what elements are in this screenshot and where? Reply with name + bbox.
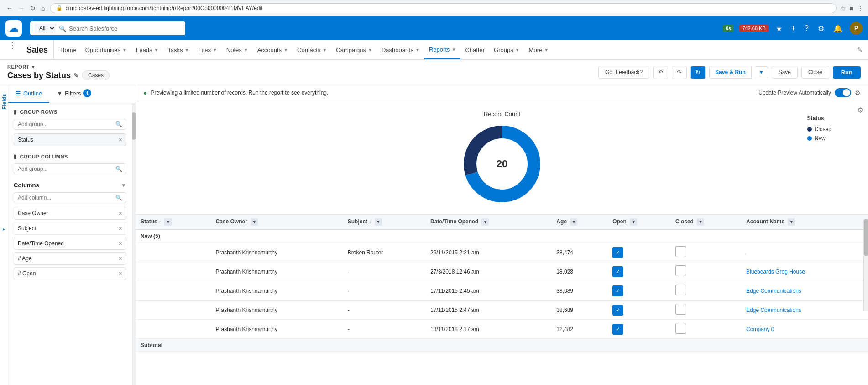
panel-scroll-thumb[interactable]: [132, 112, 136, 140]
account-link[interactable]: Edge Communications: [746, 307, 801, 313]
home-button[interactable]: ⌂: [39, 4, 47, 13]
remove-age-button[interactable]: ×: [119, 255, 122, 262]
edit-nav-icon[interactable]: ✎: [855, 44, 864, 55]
nav-item-campaigns[interactable]: Campaigns ▼: [331, 40, 377, 59]
group-rows-search[interactable]: [18, 121, 113, 127]
nav-item-accounts[interactable]: Accounts ▼: [253, 40, 293, 59]
nav-item-more[interactable]: More ▼: [524, 40, 554, 59]
filter-btn-datetime[interactable]: ▼: [481, 218, 489, 226]
chevron-down-icon: ▼: [452, 47, 456, 52]
nav-item-tasks[interactable]: Tasks ▼: [163, 40, 193, 59]
filter-btn-account-name[interactable]: ▼: [788, 218, 795, 226]
open-checkbox[interactable]: ✓: [612, 247, 623, 258]
forward-button[interactable]: →: [16, 4, 26, 13]
sf-header: ☁ All 🔍 0s 742.68 KB ★ + ? ⚙ 🔔 P: [0, 16, 868, 40]
remove-open-button[interactable]: ×: [119, 270, 122, 277]
update-preview-toggle[interactable]: [835, 88, 851, 97]
right-scrollbar[interactable]: [863, 219, 868, 311]
add-column-input[interactable]: 🔍: [14, 192, 126, 203]
remove-subject-button[interactable]: ×: [119, 225, 122, 232]
bookmark-icon[interactable]: ☆: [840, 5, 846, 12]
nav-item-groups[interactable]: Groups ▼: [489, 40, 524, 59]
filter-btn-subject[interactable]: ▼: [375, 218, 382, 226]
closed-checkbox[interactable]: [675, 323, 686, 334]
reload-button[interactable]: ↻: [28, 4, 37, 13]
bell-icon[interactable]: 🔔: [831, 22, 844, 35]
account-link[interactable]: Company 0: [746, 326, 774, 332]
back-button[interactable]: ←: [5, 4, 15, 13]
save-button[interactable]: Save: [772, 66, 798, 79]
browser-nav-buttons[interactable]: ← → ↻ ⌂: [5, 4, 47, 13]
save-run-caret-button[interactable]: ▼: [755, 66, 768, 78]
menu-icon[interactable]: ⋮: [857, 5, 863, 12]
nav-item-notes[interactable]: Notes ▼: [222, 40, 253, 59]
help-icon[interactable]: ?: [803, 22, 810, 34]
report-label[interactable]: REPORT ▼: [7, 64, 110, 69]
filter-btn-closed[interactable]: ▼: [697, 218, 704, 226]
star-icon[interactable]: ★: [774, 22, 784, 35]
remove-status-button[interactable]: ×: [119, 136, 122, 143]
search-input[interactable]: [69, 25, 169, 32]
add-group-rows-input[interactable]: 🔍: [14, 119, 126, 130]
user-avatar[interactable]: P: [850, 22, 863, 35]
save-run-button[interactable]: Save & Run: [709, 66, 752, 79]
nav-item-chatter[interactable]: Chatter: [460, 40, 489, 59]
sort-icon[interactable]: ↓: [369, 219, 371, 224]
close-button[interactable]: Close: [801, 66, 829, 79]
waffle-icon[interactable]: ⋮: [4, 40, 21, 59]
add-icon[interactable]: +: [790, 22, 797, 34]
app-name[interactable]: Sales: [21, 40, 54, 59]
nav-item-opportunities[interactable]: Opportunities ▼: [81, 40, 131, 59]
feedback-button[interactable]: Got Feedback?: [598, 66, 649, 79]
nav-item-files[interactable]: Files ▼: [193, 40, 221, 59]
sf-logo[interactable]: ☁: [5, 20, 22, 37]
cell-status: [136, 281, 211, 301]
group-columns-search[interactable]: [18, 166, 113, 172]
columns-caret-icon[interactable]: ▼: [121, 182, 126, 189]
filter-btn-open[interactable]: ▼: [630, 218, 637, 226]
open-checkbox[interactable]: ✓: [612, 285, 623, 296]
chart-gear-icon[interactable]: ⚙: [857, 106, 863, 115]
closed-checkbox[interactable]: [675, 285, 686, 295]
right-scrollbar-thumb[interactable]: [864, 219, 868, 256]
add-group-columns-input[interactable]: 🔍: [14, 163, 126, 174]
account-link[interactable]: Edge Communications: [746, 288, 801, 294]
search-filter-select[interactable]: All: [35, 24, 56, 33]
tab-filters[interactable]: ▼ Filters 1: [49, 84, 99, 103]
search-bar[interactable]: All 🔍: [30, 21, 185, 35]
nav-item-leads[interactable]: Leads ▼: [131, 40, 163, 59]
panel-scroll-track[interactable]: [132, 103, 136, 385]
pencil-icon[interactable]: ✎: [73, 72, 78, 79]
nav-item-reports[interactable]: Reports ▼: [424, 40, 460, 59]
refresh-button[interactable]: ↻: [690, 66, 706, 79]
open-checkbox[interactable]: ✓: [612, 324, 623, 335]
filter-btn-status[interactable]: ▼: [164, 218, 172, 226]
address-bar[interactable]: 🔒 crmcog-dev-ed.lightning.force.com/ligh…: [50, 3, 836, 13]
fields-sidebar[interactable]: Fields ▸: [0, 84, 8, 385]
cell-age: 18,028: [552, 262, 608, 281]
green-dot-icon: ●: [143, 89, 147, 96]
filter-btn-case-owner[interactable]: ▼: [251, 218, 258, 226]
remove-datetime-button[interactable]: ×: [119, 240, 122, 247]
closed-checkbox[interactable]: [675, 265, 686, 276]
tab-outline[interactable]: ☰ Outline: [8, 84, 49, 103]
undo-button[interactable]: ↶: [653, 66, 668, 79]
extension-icon[interactable]: ■: [850, 5, 853, 12]
nav-item-dashboards[interactable]: Dashboards ▼: [377, 40, 424, 59]
open-checkbox[interactable]: ✓: [612, 266, 623, 277]
open-checkbox[interactable]: ✓: [612, 305, 623, 316]
add-column-search[interactable]: [18, 195, 113, 201]
nav-item-contacts[interactable]: Contacts ▼: [293, 40, 331, 59]
nav-item-home[interactable]: Home: [56, 40, 81, 59]
redo-button[interactable]: ↷: [672, 66, 687, 79]
account-link[interactable]: Bluebeards Grog House: [746, 269, 805, 275]
closed-checkbox[interactable]: [675, 246, 686, 257]
remove-case-owner-button[interactable]: ×: [119, 210, 122, 217]
filter-btn-age[interactable]: ▼: [570, 218, 577, 226]
object-pill[interactable]: Cases: [82, 70, 110, 80]
closed-checkbox[interactable]: [675, 304, 686, 315]
settings-icon[interactable]: ⚙: [816, 22, 826, 35]
run-button[interactable]: Run: [833, 66, 861, 79]
sort-icon[interactable]: ↑: [159, 219, 161, 224]
chart-settings-gear-icon[interactable]: ⚙: [855, 89, 861, 96]
